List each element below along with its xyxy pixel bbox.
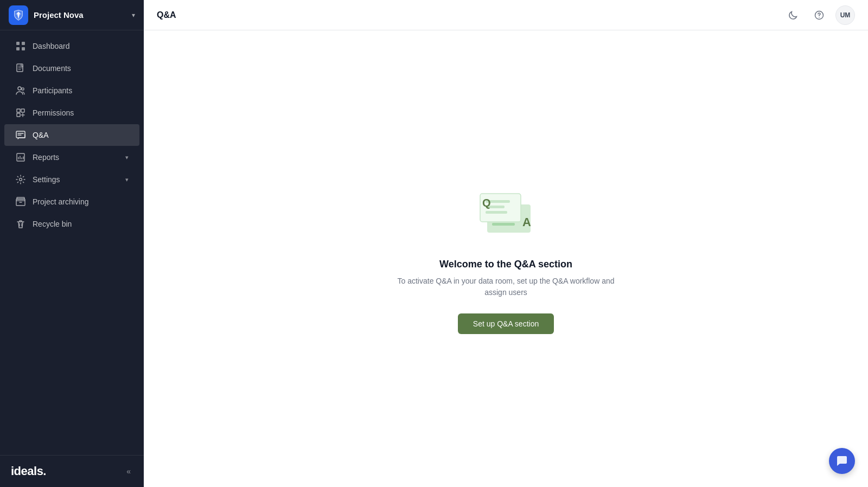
settings-chevron-icon: ▾ bbox=[125, 176, 129, 183]
documents-icon bbox=[15, 63, 26, 74]
sidebar: Project Nova ▾ Dashboard bbox=[0, 0, 144, 487]
help-button[interactable] bbox=[809, 5, 829, 25]
content-area: A Q Welcome to the Q&A section To activa… bbox=[144, 30, 868, 487]
sidebar-nav: Dashboard Documents bbox=[0, 30, 144, 455]
sidebar-item-settings[interactable]: Settings ▾ bbox=[4, 169, 139, 190]
project-archiving-icon bbox=[15, 196, 26, 207]
sidebar-footer: ideals. « bbox=[0, 455, 144, 487]
svg-rect-1 bbox=[22, 42, 25, 45]
svg-text:A: A bbox=[522, 215, 531, 229]
project-name: Project Nova bbox=[34, 10, 132, 20]
svg-rect-8 bbox=[21, 109, 24, 112]
topbar-actions: UM bbox=[783, 5, 855, 25]
settings-icon bbox=[15, 174, 26, 185]
main-area: Q&A UM bbox=[144, 0, 868, 487]
sidebar-item-project-archiving-label: Project archiving bbox=[33, 197, 129, 206]
collapse-sidebar-button[interactable]: « bbox=[124, 465, 133, 478]
svg-point-16 bbox=[819, 17, 820, 18]
svg-point-6 bbox=[22, 88, 24, 90]
recycle-bin-icon bbox=[15, 219, 26, 229]
sidebar-item-settings-label: Settings bbox=[33, 175, 125, 184]
sidebar-item-dashboard[interactable]: Dashboard bbox=[4, 35, 139, 57]
project-chevron-icon: ▾ bbox=[132, 11, 135, 19]
app-logo-icon bbox=[9, 5, 28, 25]
permissions-icon bbox=[15, 107, 26, 118]
participants-icon bbox=[15, 85, 26, 96]
svg-rect-14 bbox=[17, 197, 24, 199]
sidebar-item-participants[interactable]: Participants bbox=[4, 80, 139, 101]
reports-chevron-icon: ▾ bbox=[125, 154, 129, 161]
svg-point-12 bbox=[20, 178, 22, 181]
svg-rect-0 bbox=[16, 42, 20, 45]
sidebar-item-reports-label: Reports bbox=[33, 153, 125, 162]
svg-rect-7 bbox=[17, 109, 20, 112]
sidebar-item-permissions-label: Permissions bbox=[33, 108, 129, 117]
svg-rect-10 bbox=[16, 131, 25, 138]
sidebar-item-permissions[interactable]: Permissions bbox=[4, 102, 139, 124]
dark-mode-button[interactable] bbox=[783, 5, 803, 25]
sidebar-item-recycle-bin[interactable]: Recycle bin bbox=[4, 213, 139, 235]
reports-icon bbox=[15, 152, 26, 163]
dashboard-icon bbox=[15, 41, 26, 52]
svg-rect-25 bbox=[486, 211, 507, 214]
empty-state: A Q Welcome to the Q&A section To activa… bbox=[376, 162, 636, 356]
user-avatar[interactable]: UM bbox=[835, 5, 855, 25]
sidebar-item-qa[interactable]: Q&A bbox=[4, 124, 139, 146]
sidebar-item-participants-label: Participants bbox=[33, 86, 129, 95]
qa-icon bbox=[15, 130, 26, 140]
svg-rect-3 bbox=[22, 47, 25, 50]
sidebar-item-qa-label: Q&A bbox=[33, 131, 129, 139]
svg-point-5 bbox=[18, 87, 21, 90]
topbar: Q&A UM bbox=[144, 0, 868, 30]
svg-text:Q: Q bbox=[482, 197, 491, 209]
empty-state-title: Welcome to the Q&A section bbox=[439, 259, 572, 270]
sidebar-item-recycle-bin-label: Recycle bin bbox=[33, 220, 129, 228]
sidebar-item-documents-label: Documents bbox=[33, 64, 129, 73]
sidebar-item-dashboard-label: Dashboard bbox=[33, 42, 129, 50]
ideals-logo: ideals. bbox=[11, 464, 46, 478]
page-title: Q&A bbox=[157, 10, 176, 20]
project-selector[interactable]: Project Nova ▾ bbox=[0, 0, 144, 30]
svg-rect-2 bbox=[16, 47, 20, 50]
sidebar-item-reports[interactable]: Reports ▾ bbox=[4, 146, 139, 168]
svg-rect-20 bbox=[492, 223, 515, 226]
qa-illustration: A Q bbox=[468, 184, 544, 244]
empty-state-description: To activate Q&A in your data room, set u… bbox=[387, 275, 626, 298]
sidebar-item-project-archiving[interactable]: Project archiving bbox=[4, 191, 139, 213]
chat-support-button[interactable] bbox=[829, 448, 855, 474]
sidebar-item-documents[interactable]: Documents bbox=[4, 57, 139, 79]
setup-qa-button[interactable]: Set up Q&A section bbox=[458, 313, 554, 334]
svg-rect-9 bbox=[17, 113, 20, 117]
